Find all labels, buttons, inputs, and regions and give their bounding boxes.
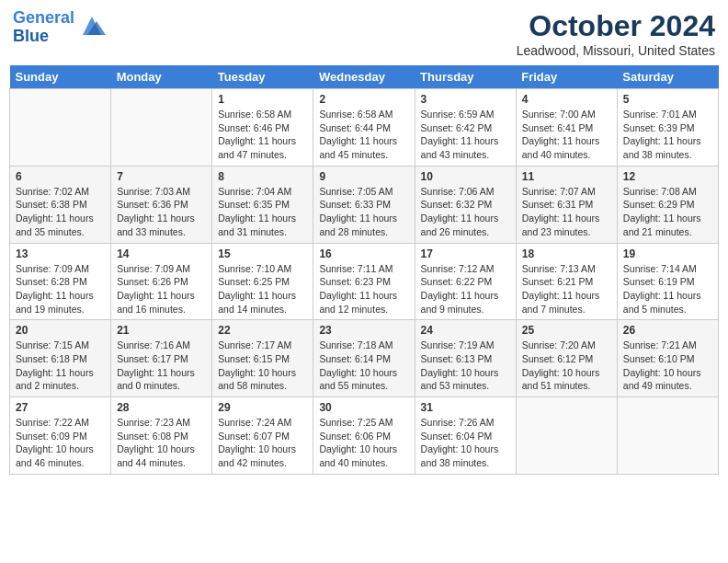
day-number: 19 (623, 247, 712, 260)
week-row-5: 27Sunrise: 7:22 AMSunset: 6:09 PMDayligh… (10, 397, 719, 475)
logo-icon (78, 12, 106, 40)
calendar-cell: 3Sunrise: 6:59 AMSunset: 6:42 PMDaylight… (415, 89, 516, 167)
day-info: Sunrise: 7:01 AMSunset: 6:39 PMDaylight:… (623, 108, 712, 162)
calendar-cell: 15Sunrise: 7:10 AMSunset: 6:25 PMDayligh… (212, 243, 313, 320)
calendar-cell: 31Sunrise: 7:26 AMSunset: 6:04 PMDayligh… (415, 397, 516, 475)
day-info: Sunrise: 7:25 AMSunset: 6:06 PMDaylight:… (319, 416, 408, 470)
day-info: Sunrise: 7:21 AMSunset: 6:10 PMDaylight:… (623, 339, 712, 393)
day-number: 5 (623, 93, 712, 106)
day-number: 25 (522, 324, 611, 337)
day-info: Sunrise: 7:16 AMSunset: 6:17 PMDaylight:… (117, 339, 206, 393)
day-header-monday: Monday (111, 65, 212, 89)
day-number: 13 (16, 247, 105, 260)
day-number: 31 (421, 401, 510, 414)
day-number: 26 (623, 324, 712, 337)
day-info: Sunrise: 7:17 AMSunset: 6:15 PMDaylight:… (218, 339, 307, 393)
calendar-cell: 21Sunrise: 7:16 AMSunset: 6:17 PMDayligh… (111, 320, 212, 397)
calendar-cell: 14Sunrise: 7:09 AMSunset: 6:26 PMDayligh… (111, 243, 212, 320)
week-row-4: 20Sunrise: 7:15 AMSunset: 6:18 PMDayligh… (10, 320, 719, 397)
calendar-cell: 17Sunrise: 7:12 AMSunset: 6:22 PMDayligh… (415, 243, 516, 320)
calendar-cell: 5Sunrise: 7:01 AMSunset: 6:39 PMDaylight… (617, 89, 718, 167)
calendar-cell: 16Sunrise: 7:11 AMSunset: 6:23 PMDayligh… (313, 243, 415, 320)
calendar-cell: 8Sunrise: 7:04 AMSunset: 6:35 PMDaylight… (212, 166, 313, 243)
day-header-sunday: Sunday (10, 65, 111, 89)
calendar-header-row: SundayMondayTuesdayWednesdayThursdayFrid… (10, 65, 719, 89)
calendar-cell: 19Sunrise: 7:14 AMSunset: 6:19 PMDayligh… (617, 243, 718, 320)
calendar-cell: 30Sunrise: 7:25 AMSunset: 6:06 PMDayligh… (313, 397, 415, 475)
day-number: 2 (319, 93, 408, 106)
day-number: 11 (522, 170, 611, 183)
day-info: Sunrise: 7:13 AMSunset: 6:21 PMDaylight:… (522, 262, 611, 316)
day-info: Sunrise: 7:07 AMSunset: 6:31 PMDaylight:… (522, 185, 611, 239)
calendar-cell: 13Sunrise: 7:09 AMSunset: 6:28 PMDayligh… (10, 243, 111, 320)
day-number: 9 (319, 170, 408, 183)
day-info: Sunrise: 7:09 AMSunset: 6:26 PMDaylight:… (117, 262, 206, 316)
day-info: Sunrise: 7:22 AMSunset: 6:09 PMDaylight:… (16, 416, 105, 470)
day-info: Sunrise: 7:26 AMSunset: 6:04 PMDaylight:… (421, 416, 510, 470)
day-number: 23 (319, 324, 408, 337)
day-info: Sunrise: 6:59 AMSunset: 6:42 PMDaylight:… (421, 108, 510, 162)
calendar-cell: 12Sunrise: 7:08 AMSunset: 6:29 PMDayligh… (617, 166, 718, 243)
calendar-cell: 18Sunrise: 7:13 AMSunset: 6:21 PMDayligh… (516, 243, 617, 320)
calendar-cell: 23Sunrise: 7:18 AMSunset: 6:14 PMDayligh… (313, 320, 415, 397)
day-number: 27 (16, 401, 105, 414)
calendar-cell: 26Sunrise: 7:21 AMSunset: 6:10 PMDayligh… (617, 320, 718, 397)
day-number: 15 (218, 247, 307, 260)
week-row-2: 6Sunrise: 7:02 AMSunset: 6:38 PMDaylight… (10, 166, 719, 243)
calendar-cell: 11Sunrise: 7:07 AMSunset: 6:31 PMDayligh… (516, 166, 617, 243)
day-number: 8 (218, 170, 307, 183)
week-row-3: 13Sunrise: 7:09 AMSunset: 6:28 PMDayligh… (10, 243, 719, 320)
day-number: 30 (319, 401, 408, 414)
day-number: 18 (522, 247, 611, 260)
day-number: 17 (421, 247, 510, 260)
day-info: Sunrise: 7:03 AMSunset: 6:36 PMDaylight:… (117, 185, 206, 239)
calendar-cell: 1Sunrise: 6:58 AMSunset: 6:46 PMDaylight… (212, 89, 313, 167)
day-number: 14 (117, 247, 206, 260)
day-info: Sunrise: 6:58 AMSunset: 6:46 PMDaylight:… (218, 108, 307, 162)
title-block: October 2024 Leadwood, Missouri, United … (517, 9, 715, 58)
day-number: 6 (16, 170, 105, 183)
calendar-cell: 10Sunrise: 7:06 AMSunset: 6:32 PMDayligh… (415, 166, 516, 243)
day-info: Sunrise: 7:19 AMSunset: 6:13 PMDaylight:… (421, 339, 510, 393)
calendar-table: SundayMondayTuesdayWednesdayThursdayFrid… (9, 65, 719, 475)
day-number: 28 (117, 401, 206, 414)
calendar-cell: 27Sunrise: 7:22 AMSunset: 6:09 PMDayligh… (10, 397, 111, 475)
day-info: Sunrise: 7:11 AMSunset: 6:23 PMDaylight:… (319, 262, 408, 316)
day-header-tuesday: Tuesday (212, 65, 313, 89)
calendar-cell (111, 89, 212, 167)
day-header-friday: Friday (516, 65, 617, 89)
day-number: 10 (421, 170, 510, 183)
day-number: 22 (218, 324, 307, 337)
day-info: Sunrise: 7:05 AMSunset: 6:33 PMDaylight:… (319, 185, 408, 239)
calendar-cell: 25Sunrise: 7:20 AMSunset: 6:12 PMDayligh… (516, 320, 617, 397)
day-info: Sunrise: 7:12 AMSunset: 6:22 PMDaylight:… (421, 262, 510, 316)
day-info: Sunrise: 7:18 AMSunset: 6:14 PMDaylight:… (319, 339, 408, 393)
day-info: Sunrise: 7:20 AMSunset: 6:12 PMDaylight:… (522, 339, 611, 393)
day-number: 24 (421, 324, 510, 337)
day-header-thursday: Thursday (415, 65, 516, 89)
day-info: Sunrise: 7:24 AMSunset: 6:07 PMDaylight:… (218, 416, 307, 470)
week-row-1: 1Sunrise: 6:58 AMSunset: 6:46 PMDaylight… (10, 89, 719, 167)
day-number: 29 (218, 401, 307, 414)
day-info: Sunrise: 7:08 AMSunset: 6:29 PMDaylight:… (623, 185, 712, 239)
calendar-cell: 9Sunrise: 7:05 AMSunset: 6:33 PMDaylight… (313, 166, 415, 243)
day-info: Sunrise: 7:23 AMSunset: 6:08 PMDaylight:… (117, 416, 206, 470)
calendar-cell: 20Sunrise: 7:15 AMSunset: 6:18 PMDayligh… (10, 320, 111, 397)
calendar-cell: 24Sunrise: 7:19 AMSunset: 6:13 PMDayligh… (415, 320, 516, 397)
calendar-cell: 4Sunrise: 7:00 AMSunset: 6:41 PMDaylight… (516, 89, 617, 167)
day-number: 3 (421, 93, 510, 106)
calendar-cell: 22Sunrise: 7:17 AMSunset: 6:15 PMDayligh… (212, 320, 313, 397)
day-number: 7 (117, 170, 206, 183)
calendar-cell (617, 397, 718, 475)
main-title: October 2024 (517, 9, 715, 43)
day-number: 4 (522, 93, 611, 106)
day-info: Sunrise: 7:06 AMSunset: 6:32 PMDaylight:… (421, 185, 510, 239)
day-info: Sunrise: 6:58 AMSunset: 6:44 PMDaylight:… (319, 108, 408, 162)
subtitle: Leadwood, Missouri, United States (517, 43, 715, 58)
day-info: Sunrise: 7:15 AMSunset: 6:18 PMDaylight:… (16, 339, 105, 393)
day-number: 21 (117, 324, 206, 337)
calendar-cell: 28Sunrise: 7:23 AMSunset: 6:08 PMDayligh… (111, 397, 212, 475)
day-number: 12 (623, 170, 712, 183)
calendar-cell: 6Sunrise: 7:02 AMSunset: 6:38 PMDaylight… (10, 166, 111, 243)
day-info: Sunrise: 7:10 AMSunset: 6:25 PMDaylight:… (218, 262, 307, 316)
